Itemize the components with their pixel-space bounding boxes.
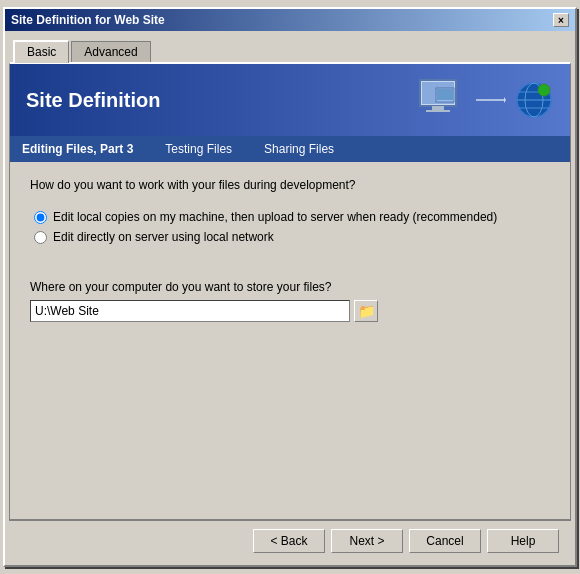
subnav-testing-files[interactable]: Testing Files [165,142,232,156]
radio-direct-edit-input[interactable] [34,231,47,244]
file-path-input[interactable] [30,300,350,322]
folder-icon: 📁 [358,303,375,319]
svg-point-13 [538,84,550,96]
svg-rect-5 [437,89,453,100]
title-bar: Site Definition for Web Site × [5,9,575,31]
radio-direct-edit[interactable]: Edit directly on server using local netw… [34,230,550,244]
file-section: Where on your computer do you want to st… [30,280,550,322]
svg-rect-3 [426,110,450,112]
main-question: How do you want to work with your files … [30,178,550,192]
back-button[interactable]: < Back [253,529,325,553]
form-area: How do you want to work with your files … [10,162,570,519]
tab-basic[interactable]: Basic [13,40,69,63]
radio-group: Edit local copies on my machine, then up… [34,210,550,244]
subnav: Editing Files, Part 3 Testing Files Shar… [10,136,570,162]
header-icons [416,78,554,122]
dialog-window: Site Definition for Web Site × Basic Adv… [3,7,577,567]
site-header: Site Definition [10,64,570,136]
radio-local-copy-label: Edit local copies on my machine, then up… [53,210,497,224]
help-button[interactable]: Help [487,529,559,553]
subnav-sharing-files[interactable]: Sharing Files [264,142,334,156]
site-header-title: Site Definition [26,89,160,112]
subnav-editing-files[interactable]: Editing Files, Part 3 [22,142,133,156]
main-panel: Site Definition [9,62,571,520]
next-button[interactable]: Next > [331,529,403,553]
tabs-row: Basic Advanced [9,35,571,62]
file-question: Where on your computer do you want to st… [30,280,550,294]
arrow-decoration [476,95,506,105]
browse-folder-button[interactable]: 📁 [354,300,378,322]
radio-direct-edit-label: Edit directly on server using local netw… [53,230,274,244]
monitor-icon [416,78,468,122]
tab-advanced[interactable]: Advanced [71,41,150,62]
cancel-button[interactable]: Cancel [409,529,481,553]
radio-local-copy[interactable]: Edit local copies on my machine, then up… [34,210,550,224]
window-title: Site Definition for Web Site [11,13,165,27]
button-row: < Back Next > Cancel Help [9,520,571,561]
radio-local-copy-input[interactable] [34,211,47,224]
svg-marker-7 [504,97,506,103]
close-button[interactable]: × [553,13,569,27]
svg-rect-2 [432,106,444,110]
file-input-row: 📁 [30,300,550,322]
globe-icon [514,80,554,120]
dialog-content: Basic Advanced Site Definition [5,31,575,565]
